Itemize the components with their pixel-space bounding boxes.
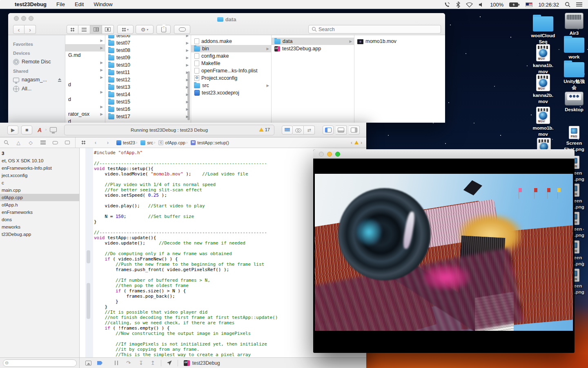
file-row[interactable]: config.make xyxy=(191,52,271,60)
desktop-icon-kanna2b-[interactable]: MOVkanna2b. mov xyxy=(530,74,556,105)
step-into-icon[interactable]: ↧ xyxy=(139,360,143,366)
wifi-icon[interactable] xyxy=(466,2,473,7)
desktop-icon-kanna1b-[interactable]: MOVkanna1b. mov xyxy=(530,44,556,75)
breakpoint-navigator-icon[interactable] xyxy=(49,141,61,144)
column-view-button[interactable] xyxy=(90,25,102,34)
back-icon[interactable]: ‹ xyxy=(89,140,102,146)
file-row[interactable]: d xyxy=(65,96,105,103)
notification-center-icon[interactable] xyxy=(576,2,582,7)
file-row[interactable]: test10▶ xyxy=(105,61,191,69)
spotlight-icon[interactable] xyxy=(565,2,570,7)
breadcrumb-item[interactable]: testApp::setup() xyxy=(197,140,229,145)
sidebar-item[interactable]: nagasm_... xyxy=(8,75,65,84)
file-row[interactable]: test07▶ xyxy=(105,39,191,47)
file-row[interactable]: test13▶ xyxy=(105,83,191,91)
menu-edit[interactable]: Edit xyxy=(75,1,84,7)
arrange-button[interactable]: ▾ xyxy=(117,25,134,34)
menu-window[interactable]: Window xyxy=(94,1,112,7)
file-row[interactable]: test12▶ xyxy=(105,76,191,83)
file-row[interactable]: src▶ xyxy=(191,82,271,89)
file-row[interactable]: test14▶ xyxy=(105,91,191,98)
file-row[interactable]: Makefile xyxy=(191,60,271,67)
file-row[interactable]: openFrame...ks-Info.plist xyxy=(191,67,271,74)
app-menu[interactable]: test23Debug xyxy=(15,1,47,7)
breadcrumb-item[interactable]: ofApp.cpp xyxy=(165,140,185,145)
file-row[interactable]: d xyxy=(65,81,105,88)
file-row[interactable]: addons.make xyxy=(191,38,271,45)
toggle-debug-area-icon[interactable] xyxy=(85,361,91,366)
file-row[interactable]: ▶ xyxy=(65,88,105,96)
input-source-flag-icon[interactable] xyxy=(526,2,532,7)
desktop-icon-unity-[interactable]: Unity勉強 会 xyxy=(561,62,587,91)
related-items-icon[interactable] xyxy=(77,141,89,144)
find-navigator-icon[interactable] xyxy=(0,140,12,145)
debug-navigator-icon[interactable] xyxy=(37,141,49,144)
list-view-button[interactable] xyxy=(78,25,90,34)
file-row[interactable]: test23.xcodeproj xyxy=(191,89,271,96)
navigator-file-row[interactable]: enFrameworks xyxy=(0,209,79,216)
file-row[interactable]: test17▶ xyxy=(105,113,191,120)
icon-view-button[interactable] xyxy=(67,25,78,34)
issue-stepper[interactable]: ‹› xyxy=(351,140,366,146)
search-input[interactable] xyxy=(308,25,441,34)
file-row[interactable]: ▶ xyxy=(65,66,105,74)
destination-icon[interactable] xyxy=(50,127,57,132)
file-row[interactable]: Project.xcconfig xyxy=(191,74,271,82)
file-row[interactable]: test11▶ xyxy=(105,69,191,76)
bluetooth-icon[interactable] xyxy=(456,2,460,8)
file-row[interactable]: test23Debug.app xyxy=(272,45,354,52)
navigator-file-row[interactable]: c xyxy=(0,179,79,186)
volume-icon[interactable] xyxy=(479,2,484,7)
navigator-file-row[interactable]: 3 xyxy=(0,150,79,157)
navigator-file-row[interactable]: ject.xcconfig xyxy=(0,172,79,179)
minimize-button[interactable] xyxy=(327,152,332,157)
file-row[interactable]: momo1b.mov xyxy=(354,38,445,45)
toggle-utilities-button[interactable] xyxy=(349,126,360,135)
file-row[interactable]: bin▶ xyxy=(191,45,271,52)
file-row[interactable]: test15▶ xyxy=(105,98,191,105)
fold-indicator[interactable] xyxy=(87,283,90,319)
clock[interactable]: 10:26:32 xyxy=(538,2,559,8)
coverflow-view-button[interactable] xyxy=(102,25,114,34)
standard-editor-button[interactable] xyxy=(282,126,293,135)
file-row[interactable]: test06▶ xyxy=(105,35,191,39)
zoom-button[interactable] xyxy=(335,152,340,157)
desktop-icon-momo1b-[interactable]: MOVmomo1b. mov xyxy=(530,107,556,137)
forward-button[interactable]: › xyxy=(24,25,36,34)
file-row[interactable]: test08▶ xyxy=(105,47,191,54)
desktop-icon-screen[interactable]: PNGScreen Shot.png xyxy=(561,126,587,153)
fold-indicator[interactable] xyxy=(87,250,90,263)
back-button[interactable]: ‹ xyxy=(13,25,24,34)
navigator-file-row[interactable]: ofApp.cpp xyxy=(0,194,79,201)
file-row[interactable]: data▶ xyxy=(272,38,354,45)
navigator-file-row[interactable]: t23Debug.app xyxy=(0,231,79,238)
breadcrumb-item[interactable]: test23 xyxy=(123,140,135,145)
version-editor-button[interactable]: ⇄ xyxy=(304,126,315,135)
desktop-icon-woolcloud[interactable]: woolCloud Seq xyxy=(530,16,556,45)
report-navigator-icon[interactable] xyxy=(61,141,74,144)
step-out-icon[interactable]: ↥ xyxy=(151,360,155,366)
navigator-file-row[interactable]: meworks xyxy=(0,223,79,231)
sidebar-item[interactable]: Remote Disc xyxy=(8,57,65,66)
eject-icon[interactable] xyxy=(58,78,62,82)
process-name[interactable]: test23Debug xyxy=(192,360,220,366)
file-row[interactable]: rator_osx▶ xyxy=(65,110,105,118)
video-window-titlebar[interactable] xyxy=(313,149,575,159)
tags-button[interactable] xyxy=(174,25,190,34)
file-row[interactable]: test09▶ xyxy=(105,54,191,61)
desktop-icon-air3[interactable]: Air3 xyxy=(561,13,587,36)
breakpoints-toggle-icon[interactable] xyxy=(97,361,102,365)
sidebar-item[interactable]: All... xyxy=(8,84,65,93)
navigator-file-row[interactable]: dons xyxy=(0,216,79,223)
navigator-file-row[interactable]: et, OS X SDK 10.10 xyxy=(0,157,79,164)
file-row[interactable]: ▶ xyxy=(65,44,105,52)
navigator-file-row[interactable]: main.cpp xyxy=(0,186,79,194)
desktop-icon-desktop[interactable]: Desktop xyxy=(561,92,587,113)
toggle-debug-area-button[interactable] xyxy=(336,126,347,135)
file-row[interactable]: test16▶ xyxy=(105,105,191,113)
toggle-navigator-button[interactable] xyxy=(323,126,334,135)
share-button[interactable] xyxy=(156,25,171,34)
file-row[interactable]: ▶ xyxy=(65,103,105,110)
file-row[interactable]: ▶ xyxy=(65,74,105,81)
filter-field[interactable] xyxy=(3,359,77,367)
